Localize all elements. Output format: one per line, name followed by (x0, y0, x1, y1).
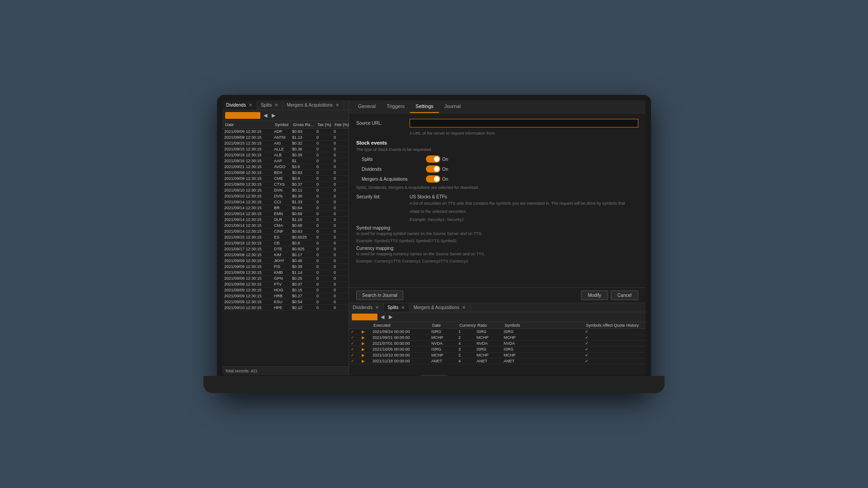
col-symbol[interactable]: Symbol (274, 122, 292, 127)
nav-tab-general[interactable]: General (353, 100, 381, 113)
bottom-tab-splits-close[interactable]: ✕ (400, 305, 406, 310)
table-row[interactable]: 2021/09/08 12:30:15BDX$0.8300 (222, 170, 349, 176)
security-list-row: Security list: US Stocks & ETFs (356, 194, 638, 199)
total-records: Total records: 421 (222, 366, 349, 375)
tab-mergers[interactable]: Mergers & Acquisitions ✕ (283, 100, 344, 110)
laptop-screen: Dividends ✕ Splits ✕ Mergers & Acquisiti… (222, 100, 646, 375)
table-row[interactable]: 2021/09/09 12:30:15GPN$0.2500 (222, 276, 349, 282)
back-icon[interactable]: ◀ (262, 112, 269, 119)
stock-events-title: Stock events (356, 140, 638, 145)
col-date[interactable]: Date (431, 323, 458, 328)
mergers-toggle-row: Mergers & Acquisitions On (362, 175, 638, 183)
table-row[interactable]: 2021/09/09 12:30:15FIS$0.3900 (222, 264, 349, 270)
bottom-tab-dividends[interactable]: Dividends ✕ (349, 303, 384, 312)
nav-tab-journal[interactable]: Journal (439, 100, 466, 113)
table-row[interactable]: 2021/09/15 12:30:15ALLE$0.3600 (222, 146, 349, 152)
table-row[interactable]: 2021/09/09 12:30:15CTXS$0.3700 (222, 182, 349, 188)
bottom-tabs-bar: Dividends ✕ Splits ✕ Mergers & Acquisiti… (349, 303, 646, 312)
tab-dividends-close[interactable]: ✕ (248, 103, 253, 108)
table-row[interactable]: 2021/09/14 12:30:15CMA$0.6800 (222, 223, 349, 229)
search-journal-button[interactable]: Search in Journal (356, 291, 403, 300)
table-row[interactable]: 2021/09/16 12:30:15ALB$0.3900 (222, 152, 349, 158)
table-row[interactable]: 2021/09/14 12:30:15BR$0.6400 (222, 205, 349, 211)
splits-toggle-row: Splits On (362, 155, 638, 163)
table-row[interactable]: 2021/09/09 12:30:15ADP$0.9300 (222, 129, 349, 135)
bottom-back-icon[interactable]: ◀ (379, 314, 386, 320)
tab-mergers-close[interactable]: ✕ (335, 103, 340, 108)
table-row[interactable]: 2021/09/09 12:30:15FTV$0.0700 (222, 282, 349, 287)
tab-dividends[interactable]: Dividends ✕ (222, 100, 257, 110)
tabs-bar: Dividends ✕ Splits ✕ Mergers & Acquisiti… (222, 100, 349, 110)
mergers-toggle[interactable]: On (426, 175, 448, 183)
table-row[interactable]: ✓▶2021/09/24 00:00:00ISRG1ISRGISRG✓ (349, 329, 646, 335)
mergers-toggle-thumb (434, 176, 439, 182)
forward-icon[interactable]: ▶ (270, 112, 277, 119)
source-url-input[interactable] (410, 119, 638, 127)
action-bar: Search in Journal Modify Cancel (349, 287, 646, 303)
table-row[interactable]: ✓▶2021/10/05 00:00:00ISRG3ISRGISRG✓ (349, 347, 646, 352)
col-ratio[interactable]: Ratio (476, 323, 504, 328)
splits-table-body: ✓▶2021/09/24 00:00:00ISRG1ISRGISRG✓✓▶202… (349, 329, 646, 375)
table-row[interactable]: 2021/09/09 12:30:15KSU$0.5400 (222, 299, 349, 305)
table-row[interactable]: 2021/09/10 12:30:15DVN$0.1100 (222, 188, 349, 193)
bottom-tab-splits[interactable]: Splits ✕ (384, 303, 410, 312)
tab-splits-label: Splits (261, 103, 272, 108)
table-row[interactable]: 2021/09/17 12:30:15DTE$0.82500 (222, 246, 349, 252)
table-row[interactable]: 2021/09/15 12:30:15ES$0.602500 (222, 235, 349, 240)
bottom-forward-icon[interactable]: ▶ (387, 314, 394, 320)
new-dividend-button[interactable]: New Dividend (225, 112, 260, 119)
col-gross-rate[interactable]: Gross Ra... (292, 122, 316, 127)
dividends-toggle[interactable]: On (426, 165, 448, 173)
table-row[interactable]: 2021/09/10 12:30:15DVN$0.3800 (222, 193, 349, 199)
table-row[interactable]: ✓▶2021/09/21 00:00:00MCHP2MCHPMCHP✓ (349, 335, 646, 341)
table-row[interactable]: 2021/09/14 12:30:15CINF$0.6300 (222, 229, 349, 235)
table-row[interactable]: 2021/09/09 12:30:15KMB$1.1400 (222, 270, 349, 276)
table-row[interactable]: ✓▶2021/10/10 00:00:00MCHP2MCHPMCHP✓ (349, 352, 646, 358)
dividends-toggle-track[interactable] (426, 165, 440, 173)
splits-toggle-track[interactable] (426, 155, 440, 163)
table-row[interactable]: 2021/09/14 12:30:15CCI$1.3300 (222, 199, 349, 205)
security-list-value: US Stocks & ETFs (410, 194, 447, 199)
table-row[interactable]: 2021/09/09 12:30:15CME$0.900 (222, 176, 349, 182)
col-currency[interactable]: Currency (458, 323, 476, 328)
table-row[interactable]: ✓▶2021/07/01 00:00:00NVDA4NVDANVDA✓ (349, 341, 646, 347)
nav-tab-settings[interactable]: Settings (410, 100, 439, 113)
table-row[interactable]: ✓▶2021/11/18 00:00:00ANET4ANETANET✓ (349, 358, 646, 364)
bottom-tab-mergers[interactable]: Mergers & Acquisitions ✕ (410, 303, 471, 312)
splits-toggle[interactable]: On (426, 155, 448, 163)
col-empty1 (351, 323, 362, 328)
app-container: Dividends ✕ Splits ✕ Mergers & Acquisiti… (222, 100, 646, 375)
col-date[interactable]: Date (224, 122, 274, 127)
new-split-button[interactable]: New Split (352, 314, 377, 320)
table-row[interactable]: 2021/09/08 12:30:15KIM$0.1700 (222, 252, 349, 258)
table-row[interactable]: 2021/09/15 12:30:15AIG$0.3200 (222, 141, 349, 146)
tab-splits[interactable]: Splits ✕ (257, 100, 283, 110)
table-row[interactable]: 2021/09/16 12:30:15CB$0.800 (222, 240, 349, 246)
tab-splits-close[interactable]: ✕ (274, 103, 279, 108)
table-row[interactable]: 2021/09/09 12:30:15ANTM$1.1300 (222, 135, 349, 141)
col-tax[interactable]: Tax (%) (316, 122, 334, 127)
table-row[interactable]: 2021/09/21 12:30:15AVGO$3.600 (222, 164, 349, 170)
symbol-mapping-label: Symbol mapping: (356, 225, 638, 230)
bottom-tab-dividends-close[interactable]: ✕ (374, 305, 380, 310)
table-row[interactable]: 2021/09/16 12:30:15AAP$100 (222, 158, 349, 164)
cancel-button[interactable]: Cancel (611, 291, 638, 300)
col-symbols[interactable]: Symbols (504, 323, 585, 328)
symbol-mapping-hint2: Example: Symbol1TTS Symbol1 Symbol2TTS S… (356, 239, 638, 243)
nav-tab-triggers[interactable]: Triggers (381, 100, 410, 113)
table-row[interactable]: 2021/09/09 12:30:15HRB$0.2700 (222, 293, 349, 299)
table-row[interactable]: 2021/09/14 12:30:15DLR$1.1600 (222, 217, 349, 223)
symbol-mapping-row: Symbol mapping: Is used for mapping symb… (356, 225, 638, 243)
table-row[interactable]: 2021/09/14 12:30:15EMN$0.6900 (222, 211, 349, 217)
bottom-tab-mergers-close[interactable]: ✕ (461, 305, 467, 310)
table-row[interactable]: 2021/09/09 12:30:15JKHY$0.4600 (222, 258, 349, 264)
left-panel: Dividends ✕ Splits ✕ Mergers & Acquisiti… (222, 100, 349, 375)
laptop-base (203, 376, 665, 393)
table-row[interactable]: 2021/09/10 12:30:15HPE$0.1200 (222, 305, 349, 311)
col-symbols-affect[interactable]: Symbols Affect Quote History (585, 323, 646, 328)
col-executed[interactable]: Executed (373, 323, 431, 328)
mergers-toggle-track[interactable] (426, 175, 440, 183)
modify-button[interactable]: Modify (581, 291, 608, 300)
table-row[interactable]: 2021/09/09 12:30:15HOG$0.1500 (222, 287, 349, 293)
bottom-toolbar: New Split ◀ ▶ (349, 312, 646, 322)
